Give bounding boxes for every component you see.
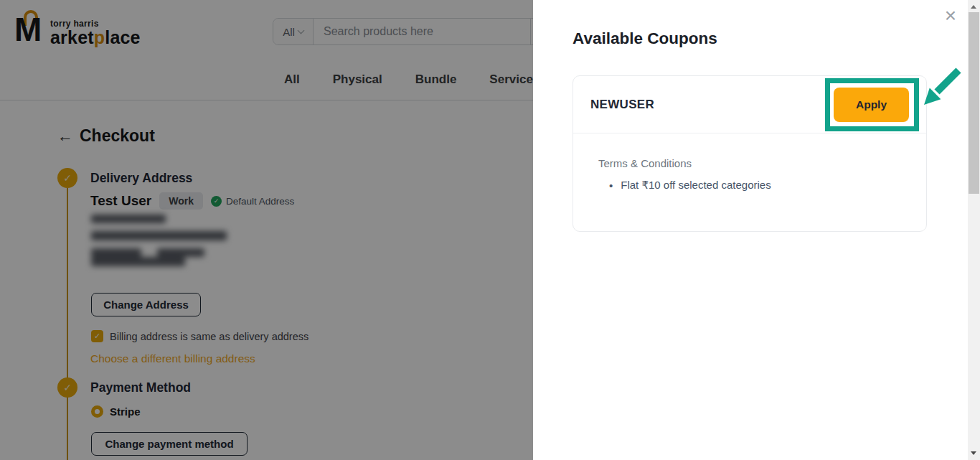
coupon-card: NEWUSER Apply Terms & Conditions • Flat … <box>573 75 927 232</box>
coupons-drawer: × Available Coupons NEWUSER Apply Terms … <box>533 0 968 460</box>
scrollbar[interactable] <box>968 0 980 460</box>
close-icon[interactable]: × <box>945 6 956 26</box>
bullet-icon: • <box>609 179 613 192</box>
scrollbar-up-arrow-icon[interactable] <box>971 5 976 9</box>
apply-coupon-button[interactable]: Apply <box>834 88 909 122</box>
coupon-code: NEWUSER <box>590 98 654 112</box>
annotation-arrow-icon <box>918 65 963 111</box>
scrollbar-down-arrow-icon[interactable] <box>971 451 976 455</box>
terms-and-conditions-title: Terms & Conditions <box>598 157 692 169</box>
terms-item: • Flat ₹10 off selected categories <box>609 179 771 192</box>
page: M torry harris arketplace All All Phy <box>0 0 980 460</box>
drawer-title: Available Coupons <box>573 29 717 48</box>
scrollbar-thumb[interactable] <box>969 12 979 194</box>
coupon-row: NEWUSER Apply <box>573 76 926 133</box>
